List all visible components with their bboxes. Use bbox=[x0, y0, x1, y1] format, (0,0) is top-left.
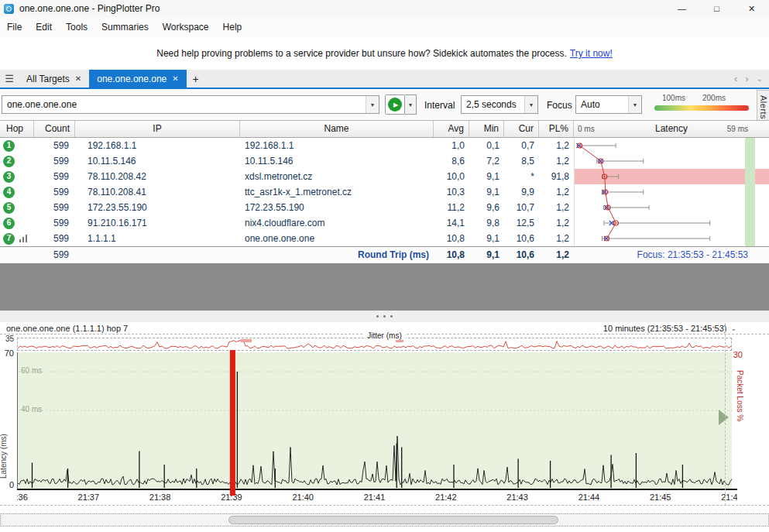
latency-timeline-graph[interactable]: 60 ms 40 ms bbox=[17, 352, 732, 489]
focus-label: Focus bbox=[547, 100, 572, 111]
pl-cell: 1,2 bbox=[539, 215, 574, 231]
menu-help[interactable]: Help bbox=[216, 22, 249, 33]
tab-close-icon[interactable]: ✕ bbox=[172, 74, 178, 83]
menu-tools[interactable]: Tools bbox=[59, 22, 94, 33]
summary-hop-cell bbox=[0, 247, 34, 263]
tab-label: one.one.one.one bbox=[97, 74, 167, 84]
name-cell: nix4.cloudflare.com bbox=[240, 215, 434, 231]
count-cell: 599 bbox=[34, 184, 75, 200]
tab-all-targets[interactable]: All Targets✕ bbox=[19, 70, 89, 88]
pan-right-arrow-icon[interactable] bbox=[719, 410, 729, 425]
hop-number-badge: 2 bbox=[3, 156, 15, 167]
latency-legend: 100ms 200ms bbox=[654, 94, 749, 115]
hop-cell: 1 bbox=[0, 138, 34, 153]
hop-row-4[interactable]: 459978.110.208.41ttc_asr1k-x_1.metronet.… bbox=[0, 184, 769, 200]
timeline-graphed-icon bbox=[19, 235, 28, 242]
hop-row-1[interactable]: 1599192.168.1.1192.168.1.11,00,10,71,2 bbox=[0, 138, 769, 153]
tab-one-one-one-one[interactable]: one.one.one.one✕ bbox=[89, 70, 186, 88]
gridline-40ms-label: 40 ms bbox=[21, 405, 42, 414]
hop-row-3[interactable]: 359978.110.208.42xdsl.metronet.cz10,09,1… bbox=[0, 169, 769, 184]
hop-number-badge: 3 bbox=[3, 171, 15, 183]
hop-row-7[interactable]: 75991.1.1.1one.one.one.one10,89,110,61,2 bbox=[0, 231, 769, 246]
name-cell: 192.168.1.1 bbox=[240, 138, 434, 153]
col-min[interactable]: Min bbox=[469, 121, 504, 137]
col-avg[interactable]: Avg bbox=[434, 121, 469, 137]
col-count[interactable]: Count bbox=[34, 121, 75, 137]
summary-focus-range: Focus: 21:35:53 - 21:45:53 bbox=[574, 247, 769, 263]
tab-scroll-right-icon[interactable]: › bbox=[745, 73, 748, 84]
hop-number-badge: 7 bbox=[3, 233, 15, 245]
panel-splitter[interactable] bbox=[0, 311, 769, 322]
start-trace-button[interactable]: ▶ bbox=[385, 94, 405, 115]
col-hop[interactable]: Hop bbox=[0, 121, 34, 137]
min-cell: 9,1 bbox=[469, 184, 504, 200]
summary-min: 9,1 bbox=[469, 247, 504, 263]
menu-workspace[interactable]: Workspace bbox=[156, 22, 216, 33]
interval-select[interactable]: 2,5 seconds ▼ bbox=[461, 95, 538, 114]
menu-summaries[interactable]: Summaries bbox=[94, 22, 156, 33]
tab-scroll-left-icon[interactable]: ‹ bbox=[734, 73, 737, 84]
col-ip[interactable]: IP bbox=[75, 121, 240, 137]
name-cell: one.one.one.one bbox=[240, 231, 434, 246]
cur-cell: 12,5 bbox=[504, 215, 539, 231]
summary-label: Round Trip (ms) bbox=[240, 247, 434, 263]
packet-loss-axis-label: Packet Loss % bbox=[736, 370, 744, 479]
avg-cell: 8,6 bbox=[434, 153, 469, 169]
start-trace-dropdown-icon[interactable]: ▼ bbox=[405, 94, 417, 115]
tab-list-dropdown-icon[interactable]: ⌄ bbox=[757, 74, 763, 83]
hop-cell: 7 bbox=[0, 231, 34, 246]
count-cell: 599 bbox=[34, 138, 75, 153]
avg-cell: 1,0 bbox=[434, 138, 469, 153]
focus-dropdown-icon[interactable]: ▼ bbox=[628, 96, 641, 113]
timeline-range-select[interactable]: 10 minutes (21:35:53 - 21:45:53) ⌄ bbox=[603, 324, 769, 333]
latency-axis-max: 70 bbox=[2, 348, 14, 358]
menu-edit[interactable]: Edit bbox=[29, 22, 59, 33]
col-latency[interactable]: 0 ms Latency 59 ms bbox=[574, 121, 769, 137]
timeline-panel-border bbox=[0, 505, 769, 506]
latency-cell bbox=[574, 169, 769, 184]
latency-scale-min: 0 ms bbox=[578, 121, 595, 137]
hop-row-5[interactable]: 5599172.23.55.190172.23.55.19011,29,610,… bbox=[0, 200, 769, 215]
interval-dropdown-icon[interactable]: ▼ bbox=[524, 96, 537, 113]
name-cell: xdsl.metronet.cz bbox=[240, 169, 434, 184]
maximize-button[interactable]: □ bbox=[699, 0, 734, 17]
focus-value: Auto bbox=[576, 99, 628, 110]
minimize-button[interactable]: — bbox=[664, 0, 699, 17]
hop-row-2[interactable]: 259910.11.5.14610.11.5.1468,67,28,51,2 bbox=[0, 153, 769, 169]
name-cell: 172.23.55.190 bbox=[240, 200, 434, 215]
avg-cell: 10,0 bbox=[434, 169, 469, 184]
close-button[interactable]: ✕ bbox=[734, 0, 769, 17]
timeline-scrollbar-thumb[interactable] bbox=[228, 516, 558, 524]
latency-header-label: Latency bbox=[655, 121, 688, 137]
hop-number-badge: 1 bbox=[3, 140, 15, 152]
min-cell: 9,8 bbox=[469, 215, 504, 231]
target-dropdown-icon[interactable]: ▼ bbox=[366, 96, 379, 113]
focus-select[interactable]: Auto ▼ bbox=[575, 95, 642, 114]
summary-avg: 10,8 bbox=[434, 247, 469, 263]
col-name[interactable]: Name bbox=[240, 121, 434, 137]
hop-number-badge: 5 bbox=[3, 202, 15, 214]
summary-count: 599 bbox=[34, 247, 75, 263]
tabbar: ☰ All Targets✕one.one.one.one✕ + ‹ › ⌄ bbox=[0, 70, 769, 89]
cur-cell: 10,7 bbox=[504, 200, 539, 215]
hamburger-icon[interactable]: ☰ bbox=[0, 70, 19, 88]
col-pl[interactable]: PL% bbox=[539, 121, 574, 137]
pl-cell: 1,2 bbox=[539, 200, 574, 215]
target-value: one.one.one.one bbox=[2, 99, 366, 110]
hop-cell: 2 bbox=[0, 153, 34, 169]
table-header: Hop Count IP Name Avg Min Cur PL% 0 ms L… bbox=[0, 120, 769, 138]
timeline-scrollbar[interactable] bbox=[0, 513, 769, 527]
col-cur[interactable]: Cur bbox=[504, 121, 539, 137]
tab-close-icon[interactable]: ✕ bbox=[75, 74, 81, 83]
focus-region-edge bbox=[725, 323, 726, 506]
target-combobox[interactable]: one.one.one.one ▼ bbox=[2, 95, 379, 114]
new-tab-button[interactable]: + bbox=[187, 70, 205, 88]
hop-row-6[interactable]: 659991.210.16.171nix4.cloudflare.com14,1… bbox=[0, 215, 769, 231]
ip-cell: 1.1.1.1 bbox=[75, 231, 240, 246]
menu-file[interactable]: File bbox=[0, 22, 29, 33]
interval-value: 2,5 seconds bbox=[462, 99, 524, 110]
cur-cell: * bbox=[504, 169, 539, 184]
try-it-now-link[interactable]: Try it now! bbox=[570, 48, 613, 59]
titlebar: one.one.one.one - PingPlotter Pro — □ ✕ bbox=[0, 0, 769, 17]
pingplotter-window: one.one.one.one - PingPlotter Pro — □ ✕ … bbox=[0, 0, 769, 532]
